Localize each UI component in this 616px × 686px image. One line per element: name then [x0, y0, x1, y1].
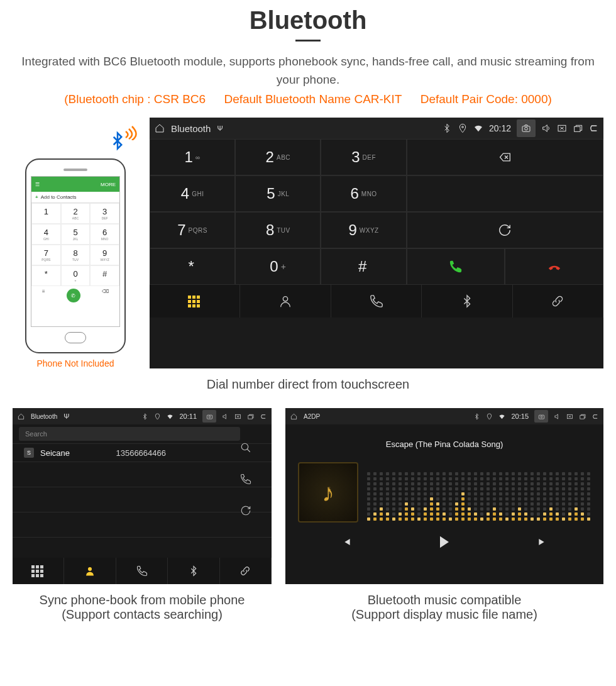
svg-rect-4 [575, 126, 580, 131]
key-2[interactable]: 2ABC [235, 139, 321, 175]
next-track-button[interactable] [537, 536, 549, 548]
location-icon [154, 413, 161, 420]
key-6[interactable]: 6MNO [321, 175, 406, 212]
tab-dialpad[interactable] [13, 558, 64, 584]
contact-name: Seicane [40, 448, 70, 458]
recent-apps-icon[interactable] [579, 413, 586, 420]
tab-pair[interactable] [513, 285, 603, 318]
home-icon[interactable] [155, 123, 165, 133]
phone-topbar: ☰MORE [31, 177, 119, 192]
refresh-icon[interactable] [240, 505, 251, 516]
tab-bluetooth[interactable] [168, 558, 219, 584]
back-icon[interactable] [591, 413, 598, 420]
equalizer [367, 464, 591, 521]
phone-key-4[interactable]: 4GHI [31, 224, 61, 245]
close-window-icon[interactable] [566, 413, 573, 420]
key-1[interactable]: 1∞ [150, 139, 235, 175]
phone-key-8[interactable]: 8TUV [61, 245, 91, 265]
svg-point-0 [462, 126, 464, 128]
volume-icon[interactable] [554, 413, 561, 420]
prev-track-button[interactable] [339, 536, 352, 548]
pb-app-name: Bluetooth [31, 413, 57, 420]
phone-key-9[interactable]: 9WXYZ [90, 245, 119, 265]
music-app-name: A2DP [304, 413, 320, 420]
tab-pair[interactable] [220, 558, 272, 584]
clock: 20:12 [489, 123, 511, 133]
backspace-button[interactable] [407, 139, 603, 175]
phone-backspace-icon[interactable]: ⌫ [102, 289, 109, 302]
add-contact-row[interactable]: +Add to Contacts [31, 192, 119, 203]
camera-icon[interactable] [534, 410, 548, 423]
phone-key-1[interactable]: 1 [31, 203, 61, 224]
phone-key-#[interactable]: # [90, 265, 119, 286]
tab-bluetooth[interactable] [422, 285, 512, 318]
key-7[interactable]: 7PQRS [150, 212, 235, 248]
svg-rect-15 [580, 415, 584, 419]
music-note-icon: ♪ᚼ [322, 479, 334, 507]
music-clock: 20:15 [511, 412, 529, 420]
phone-key-3[interactable]: 3DEF [90, 203, 119, 224]
close-window-icon[interactable] [234, 413, 241, 420]
tab-contacts[interactable] [240, 285, 331, 318]
back-icon[interactable] [260, 413, 267, 420]
location-icon [458, 123, 468, 133]
call-button[interactable] [407, 248, 505, 285]
svg-rect-6 [207, 415, 212, 419]
home-icon[interactable] [18, 413, 25, 420]
title-divider [295, 40, 321, 41]
key-*[interactable]: * [150, 248, 235, 285]
svg-rect-12 [539, 415, 544, 419]
phone-key-*[interactable]: * [31, 265, 61, 286]
camera-icon[interactable] [517, 119, 536, 137]
phone-call-button[interactable]: ✆ [67, 289, 80, 302]
volume-icon[interactable] [541, 123, 551, 133]
recent-apps-icon[interactable] [247, 413, 254, 420]
location-icon [486, 413, 493, 420]
volume-icon[interactable] [222, 413, 229, 420]
camera-icon[interactable] [202, 410, 216, 423]
phone-key-7[interactable]: 7PQRS [31, 245, 61, 265]
bt-status-icon [442, 123, 452, 133]
phone-key-5[interactable]: 5JKL [61, 224, 91, 245]
key-4[interactable]: 4GHI [150, 175, 235, 212]
key-8[interactable]: 8TUV [235, 212, 321, 248]
phone-key-0[interactable]: 0+ [61, 265, 91, 286]
phonebook-device: Bluetooth Ψ 20:11 [13, 408, 272, 584]
tab-contacts[interactable] [64, 558, 116, 584]
search-input[interactable]: Search [19, 427, 240, 441]
music-device: A2DP 20:15 Escape (The [285, 408, 603, 584]
caption-music: Bluetooth music compatible (Support disp… [285, 593, 603, 622]
search-icon[interactable] [240, 442, 251, 453]
svg-point-2 [525, 127, 528, 130]
bluetooth-signal-icon [124, 124, 138, 140]
call-icon[interactable] [240, 473, 251, 485]
play-pause-button[interactable] [436, 533, 453, 551]
phone-not-included: Phone Not Included [37, 358, 114, 368]
empty-cell [407, 175, 603, 212]
key-3[interactable]: 3DEF [321, 139, 406, 175]
svg-rect-9 [248, 415, 252, 419]
key-5[interactable]: 5JKL [235, 175, 321, 212]
hangup-button[interactable] [505, 248, 603, 285]
phone-key-2[interactable]: 2ABC [61, 203, 91, 224]
page-title: Bluetooth [13, 6, 603, 35]
dialer-device: Bluetooth Ψ 20:12 1∞2ABC3DEF4GHI5JKL6MNO… [150, 118, 603, 368]
tab-recent-calls[interactable] [331, 285, 422, 318]
pb-status-bar: Bluetooth Ψ 20:11 [13, 408, 272, 424]
contact-row[interactable]: S Seicane 13566664466 [13, 444, 272, 462]
back-icon[interactable] [588, 123, 598, 133]
key-0[interactable]: 0+ [235, 248, 321, 285]
phone-key-6[interactable]: 6MNO [90, 224, 119, 245]
tab-dialpad[interactable] [150, 285, 240, 318]
redial-button[interactable] [407, 212, 603, 248]
close-window-icon[interactable] [557, 123, 567, 133]
key-#[interactable]: # [321, 248, 406, 285]
pb-clock: 20:11 [179, 412, 197, 420]
phone-recents-icon[interactable]: ≡ [42, 289, 45, 302]
recent-apps-icon[interactable] [573, 123, 583, 133]
tab-recent-calls[interactable] [116, 558, 168, 584]
phone-illustration: ☰MORE +Add to Contacts 12ABC3DEF4GHI5JKL… [13, 118, 138, 368]
key-9[interactable]: 9WXYZ [321, 212, 406, 248]
btname-info: Default Bluetooth Name CAR-KIT [224, 92, 402, 106]
home-icon[interactable] [290, 413, 297, 420]
